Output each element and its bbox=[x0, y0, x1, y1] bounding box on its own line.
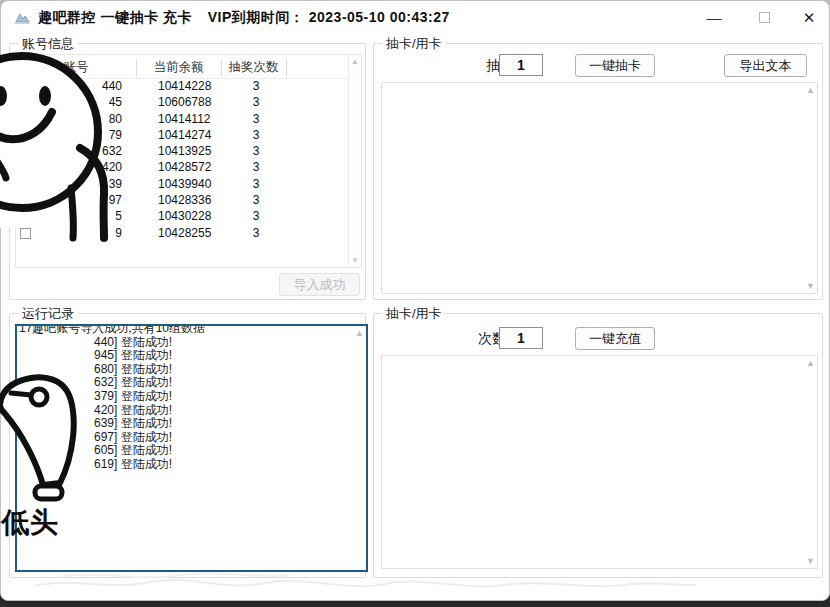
row-checkbox[interactable] bbox=[20, 114, 31, 125]
table-row[interactable]: 45106067883 bbox=[16, 95, 361, 111]
log-line: 605] 登陆成功! bbox=[17, 444, 366, 458]
table-row[interactable]: 79104142743 bbox=[16, 128, 361, 144]
one-key-recharge-button[interactable]: 一键充值 bbox=[575, 327, 655, 350]
cell-draws: 3 bbox=[241, 209, 271, 223]
cell-draws: 3 bbox=[241, 95, 271, 109]
account-table[interactable]: 账号 当前余额 抽奖次数 440104142283451060678838010… bbox=[15, 54, 362, 268]
cell-balance: 10428255 bbox=[158, 226, 238, 240]
table-row[interactable]: 440104142283 bbox=[16, 79, 361, 95]
app-title-text: 趣吧群控 一键抽卡 充卡 bbox=[38, 9, 192, 25]
cell-draws: 3 bbox=[241, 160, 271, 174]
app-icon bbox=[14, 10, 31, 25]
cell-draws: 3 bbox=[241, 144, 271, 158]
cell-account: 632 bbox=[44, 144, 122, 158]
table-row[interactable]: 5104302283 bbox=[16, 209, 361, 225]
scroll-up-icon[interactable]: ▲ bbox=[806, 358, 815, 368]
cell-balance: 10606788 bbox=[158, 95, 238, 109]
row-checkbox[interactable] bbox=[20, 211, 31, 222]
cell-account: 79 bbox=[44, 128, 122, 142]
titlebar: 趣吧群控 一键抽卡 充卡VIP到期时间： 2023-05-10 00:43:27… bbox=[1, 1, 829, 33]
cell-draws: 3 bbox=[241, 128, 271, 142]
log-line: 379] 登陆成功! bbox=[17, 390, 366, 404]
recharge-group-label: 抽卡/用卡 bbox=[382, 305, 446, 323]
one-key-draw-button[interactable]: 一键抽卡 bbox=[575, 54, 655, 77]
account-table-body: 4401041422834510606788380104141123791041… bbox=[16, 79, 361, 242]
log-line: 639] 登陆成功! bbox=[17, 417, 366, 431]
header-balance[interactable]: 当前余额 bbox=[136, 59, 221, 76]
log-line: 945] 登陆成功! bbox=[17, 349, 366, 363]
cell-account: 5420 bbox=[44, 160, 122, 174]
window-title: 趣吧群控 一键抽卡 充卡VIP到期时间： 2023-05-10 00:43:27 bbox=[38, 9, 450, 27]
cell-account: 80 bbox=[44, 112, 122, 126]
draw-card-group: 抽卡/用卡 抽卡 1 一键抽卡 导出文本 ▲ ▼ bbox=[373, 43, 823, 300]
times-count-input[interactable]: 1 bbox=[499, 327, 543, 349]
cell-draws: 3 bbox=[241, 177, 271, 191]
account-info-group: 账号信息 账号 当前余额 抽奖次数 4401041422834510606788… bbox=[9, 43, 366, 300]
log-line: 440] 登陆成功! bbox=[17, 336, 366, 350]
scroll-up-icon[interactable]: ▲ bbox=[806, 85, 815, 95]
table-scrollbar[interactable]: ▲ ▼ bbox=[348, 55, 361, 267]
log-line: 680] 登陆成功! bbox=[17, 363, 366, 377]
cell-draws: 3 bbox=[241, 226, 271, 240]
cell-balance: 10428336 bbox=[158, 193, 238, 207]
cell-balance: 10414274 bbox=[158, 128, 238, 142]
cell-balance: 10428572 bbox=[158, 160, 238, 174]
close-icon[interactable]: ✕ bbox=[794, 7, 824, 29]
import-success-button[interactable]: 导入成功 bbox=[279, 273, 360, 296]
cell-account: 5 bbox=[44, 209, 122, 223]
column-separator bbox=[136, 59, 137, 77]
account-table-header: 账号 当前余额 抽奖次数 bbox=[16, 55, 361, 79]
table-row[interactable]: 9104282553 bbox=[16, 226, 361, 242]
log-line: 697] 登陆成功! bbox=[17, 431, 366, 445]
table-row[interactable]: 39104399403 bbox=[16, 177, 361, 193]
scroll-up-icon[interactable]: ▲ bbox=[355, 328, 364, 338]
cell-draws: 3 bbox=[241, 112, 271, 126]
cell-balance: 10413925 bbox=[158, 144, 238, 158]
row-checkbox[interactable] bbox=[20, 146, 31, 157]
table-row[interactable]: 97104283363 bbox=[16, 193, 361, 209]
maximize-icon[interactable] bbox=[749, 7, 779, 29]
column-separator bbox=[286, 59, 287, 77]
cell-balance: 10439940 bbox=[158, 177, 238, 191]
draw-result-textbox[interactable]: ▲ ▼ bbox=[381, 82, 818, 294]
log-line: 619] 登陆成功! bbox=[17, 458, 366, 472]
minimize-icon[interactable]: — bbox=[699, 7, 729, 29]
cell-balance: 10430228 bbox=[158, 209, 238, 223]
run-log-label: 运行记录 bbox=[18, 305, 78, 323]
row-checkbox[interactable] bbox=[20, 179, 31, 190]
scroll-up-icon[interactable]: ▲ bbox=[349, 57, 361, 66]
cell-account: 39 bbox=[44, 177, 122, 191]
log-line: 17趣吧账号导入成功,共有10组数据 bbox=[17, 324, 366, 336]
scroll-down-icon[interactable]: ▼ bbox=[806, 281, 815, 291]
log-line: 420] 登陆成功! bbox=[17, 404, 366, 418]
log-line: 632] 登陆成功! bbox=[17, 376, 366, 390]
cell-draws: 3 bbox=[241, 193, 271, 207]
row-checkbox[interactable] bbox=[20, 228, 31, 239]
row-checkbox[interactable] bbox=[20, 97, 31, 108]
app-window: 趣吧群控 一键抽卡 充卡VIP到期时间： 2023-05-10 00:43:27… bbox=[0, 0, 830, 601]
draw-card-group-label: 抽卡/用卡 bbox=[382, 35, 446, 53]
draw-count-input[interactable]: 1 bbox=[499, 54, 543, 76]
vip-expiry-text: VIP到期时间： 2023-05-10 00:43:27 bbox=[208, 9, 450, 25]
cell-account: 97 bbox=[44, 193, 122, 207]
row-checkbox[interactable] bbox=[20, 81, 31, 92]
cell-draws: 3 bbox=[241, 79, 271, 93]
recharge-group: 抽卡/用卡 次数 1 一键充值 ▲ ▼ bbox=[373, 313, 823, 578]
column-separator bbox=[221, 59, 222, 77]
run-log-textbox[interactable]: 17趣吧账号导入成功,共有10组数据 440] 登陆成功!945] 登陆成功!6… bbox=[15, 324, 368, 572]
table-row[interactable]: 80104141123 bbox=[16, 112, 361, 128]
run-log-group: 运行记录 17趣吧账号导入成功,共有10组数据 440] 登陆成功!945] 登… bbox=[9, 313, 366, 578]
row-checkbox[interactable] bbox=[20, 162, 31, 173]
table-row[interactable]: 5420104285723 bbox=[16, 160, 361, 176]
cell-balance: 10414112 bbox=[158, 112, 238, 126]
table-row[interactable]: 632104139253 bbox=[16, 144, 361, 160]
header-account[interactable]: 账号 bbox=[16, 59, 136, 76]
scroll-down-icon[interactable]: ▼ bbox=[806, 556, 815, 566]
row-checkbox[interactable] bbox=[20, 130, 31, 141]
recharge-textbox[interactable]: ▲ ▼ bbox=[381, 355, 818, 569]
row-checkbox[interactable] bbox=[20, 195, 31, 206]
scroll-down-icon[interactable]: ▼ bbox=[349, 256, 361, 265]
export-text-button[interactable]: 导出文本 bbox=[724, 54, 807, 77]
header-draws[interactable]: 抽奖次数 bbox=[221, 59, 286, 76]
cell-balance: 10414228 bbox=[158, 79, 238, 93]
